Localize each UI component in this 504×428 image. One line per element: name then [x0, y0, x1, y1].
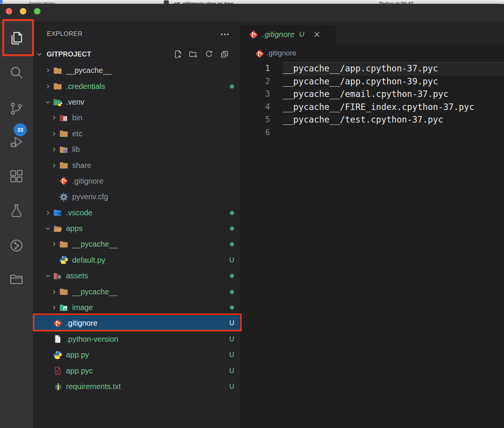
tree-item[interactable]: share	[33, 157, 240, 173]
explorer-sidebar: EXPLORER GITPROJECT __pycache__	[33, 21, 240, 428]
refresh-icon[interactable]	[204, 50, 213, 59]
minimize-window-button[interactable]	[20, 8, 26, 15]
line-number: 2	[240, 75, 270, 88]
tree-item[interactable]: app.pyc U	[33, 363, 240, 378]
tree-item[interactable]: __pycache__	[33, 236, 240, 252]
python-icon	[53, 350, 63, 360]
gitlens-icon[interactable]	[0, 229, 33, 262]
chevron-right-icon[interactable]	[49, 114, 59, 122]
code-line[interactable]: 6	[240, 126, 504, 139]
new-folder-icon[interactable]	[189, 50, 198, 59]
vscode-folder-icon	[53, 208, 63, 218]
code-line[interactable]: 2 __pycache__/app.cpython-39.pyc	[240, 75, 504, 88]
more-actions-icon[interactable]	[220, 29, 230, 39]
source-control-icon[interactable]	[0, 92, 33, 125]
tree-item[interactable]: image	[33, 300, 240, 315]
source-control-badge: 33	[14, 123, 27, 136]
code-line[interactable]: 3 __pycache__/email.cpython-37.pyc	[240, 88, 504, 101]
tree-item[interactable]: bin	[33, 110, 240, 126]
tree-item-label: pyvenv.cfg	[72, 192, 108, 201]
line-text: __pycache__/email.cpython-37.pyc	[283, 88, 504, 101]
assets-folder-icon	[53, 271, 63, 281]
tree-item[interactable]: default.py U	[33, 252, 240, 268]
workspace-section-header[interactable]: GITPROJECT	[33, 46, 240, 63]
tree-item-label: .gitignore	[66, 319, 97, 328]
tree-item-label: image	[72, 303, 93, 312]
explorer-files-icon[interactable]	[0, 22, 33, 55]
zoom-window-button[interactable]	[34, 8, 40, 15]
file-icon	[53, 334, 63, 344]
folder-icon	[59, 239, 69, 249]
line-text: __pycache__/FIRE_index.cpython-37.pyc	[283, 101, 504, 114]
tree-item-label: .credentials	[66, 82, 105, 91]
collapse-folders-icon[interactable]	[220, 50, 229, 59]
tree-item-label: etc	[72, 129, 82, 138]
tree-item[interactable]: .vscode	[33, 205, 240, 221]
code-editor[interactable]: 1 __pycache__/app.cpython-37.pyc 2 __pyc…	[240, 62, 504, 139]
chevron-right-icon[interactable]	[49, 240, 59, 249]
tree-item[interactable]: apps	[33, 221, 240, 236]
chevron-down-icon[interactable]	[43, 98, 53, 106]
tree-item[interactable]: requirements.txt U	[33, 379, 240, 394]
chevron-down-icon[interactable]	[43, 224, 53, 233]
git-icon	[249, 30, 258, 39]
untracked-badge: U	[229, 367, 234, 375]
chevron-right-icon[interactable]	[43, 208, 53, 217]
untracked-dot	[230, 211, 234, 215]
code-line[interactable]: 1 __pycache__/app.cpython-37.pyc	[240, 62, 504, 75]
folder-icon	[59, 287, 69, 297]
untracked-dot	[230, 274, 234, 278]
testing-beaker-icon[interactable]	[0, 194, 33, 227]
close-icon[interactable]	[313, 30, 321, 39]
git-icon	[53, 318, 63, 328]
chevron-right-icon[interactable]	[49, 304, 59, 312]
code-line[interactable]: 5 __pycache__/test.cpython-37.pyc	[240, 113, 504, 126]
search-icon[interactable]	[0, 56, 33, 89]
code-line[interactable]: 4 __pycache__/FIRE_index.cpython-37.pyc	[240, 101, 504, 114]
breadcrumb: .gitignore	[240, 44, 504, 62]
tree-item-label: share	[72, 161, 91, 170]
tree-item[interactable]: .credentials	[33, 78, 240, 94]
tree-item[interactable]: __pycache__	[33, 284, 240, 299]
tree-item[interactable]: .python-version U	[33, 331, 240, 347]
chevron-right-icon[interactable]	[49, 287, 59, 296]
tab-gitignore[interactable]: .gitignore U	[240, 25, 336, 44]
chevron-down-icon[interactable]	[36, 51, 43, 58]
new-file-icon[interactable]	[173, 50, 182, 59]
breadcrumb-item[interactable]: .gitignore	[267, 49, 296, 57]
line-number: 1	[240, 62, 270, 75]
tree-item[interactable]: assets	[33, 268, 240, 284]
tree-item[interactable]: etc	[33, 126, 240, 142]
tree-item[interactable]: .venv	[33, 94, 240, 110]
chevron-right-icon[interactable]	[49, 145, 59, 154]
tree-item[interactable]: pyvenv.cfg	[33, 189, 240, 205]
untracked-dot	[230, 84, 234, 89]
open-folder-icon	[53, 224, 63, 234]
chevron-right-icon[interactable]	[43, 66, 53, 75]
tree-item[interactable]: lib	[33, 142, 240, 157]
untracked-dot	[230, 290, 234, 294]
editor-area: .gitignore U .gitignore 1 __pycache__/ap…	[240, 21, 504, 428]
project-folder-icon[interactable]	[0, 263, 33, 296]
tree-item[interactable]: __pycache__	[33, 63, 240, 78]
workspace-name: GITPROJECT	[47, 50, 91, 58]
extensions-icon[interactable]	[0, 160, 33, 193]
tree-item[interactable]: app.py U	[33, 347, 240, 363]
line-number: 4	[240, 101, 270, 114]
untracked-dot	[230, 226, 234, 231]
binary-folder-icon	[59, 113, 69, 123]
tree-item-gitignore-selected[interactable]: .gitignore U	[33, 315, 240, 331]
chevron-right-icon[interactable]	[49, 129, 59, 138]
tree-item-label: default.py	[72, 256, 105, 265]
chevron-right-icon[interactable]	[49, 161, 59, 170]
chevron-down-icon[interactable]	[43, 272, 53, 280]
pyc-file-icon	[53, 366, 63, 376]
folder-icon	[53, 66, 63, 76]
tree-item[interactable]: .gitignore	[33, 173, 240, 189]
line-text: __pycache__/app.cpython-39.pyc	[283, 75, 504, 88]
close-window-button[interactable]	[6, 8, 12, 15]
chevron-right-icon[interactable]	[43, 82, 53, 90]
line-number: 5	[240, 113, 270, 126]
file-tree: __pycache__ .credentials .venv bin	[33, 63, 240, 394]
titlebar	[0, 4, 504, 21]
